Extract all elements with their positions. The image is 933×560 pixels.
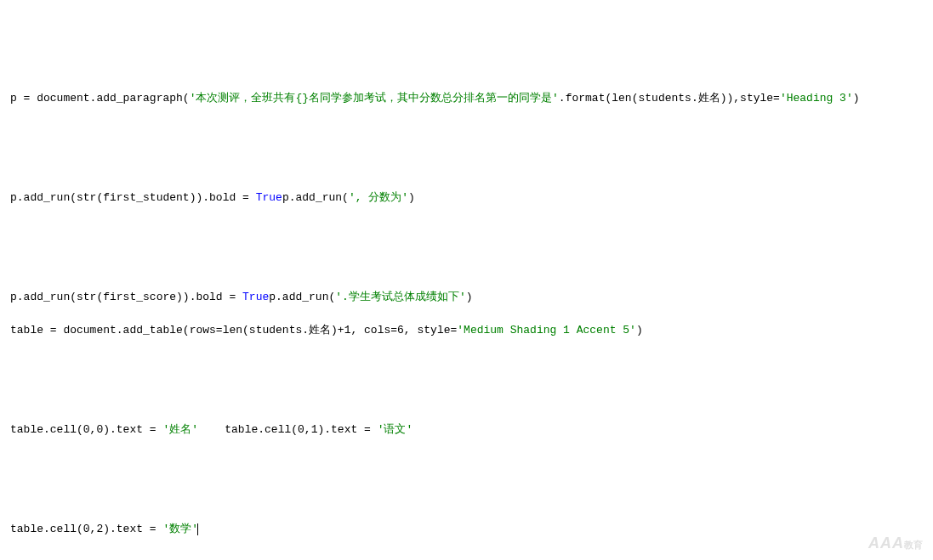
code-line: p.add_run(str(first_student)).bold = Tru… [10,189,923,206]
blank-line [10,123,923,140]
blank-line [10,455,923,472]
blank-line [10,355,923,372]
code-line: p = document.add_paragraph('本次测评，全班共有{}名… [10,90,923,107]
text-cursor [197,523,198,535]
blank-line [10,388,923,405]
code-line: p.add_run(str(first_score)).bold = Truep… [10,289,923,306]
code-line: table.cell(0,0).text = '姓名' table.cell(0… [10,421,923,438]
blank-line [10,554,923,561]
code-line: table = document.add_table(rows=len(stud… [10,322,923,339]
code-editor[interactable]: p = document.add_paragraph('本次测评，全班共有{}名… [10,73,923,560]
blank-line [10,256,923,273]
blank-line [10,223,923,240]
blank-line [10,488,923,505]
blank-line [10,156,923,173]
code-line: table.cell(0,2).text = '数学' [10,521,923,538]
